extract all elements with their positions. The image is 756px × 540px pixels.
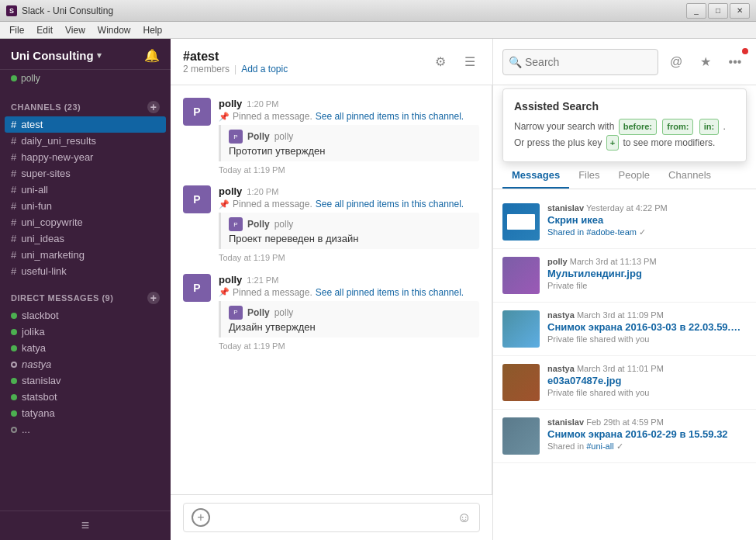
tab-messages[interactable]: Messages bbox=[502, 163, 569, 189]
dm-more[interactable]: ... bbox=[0, 421, 171, 438]
dm-jolika[interactable]: jolika bbox=[0, 324, 171, 340]
result-filename: Скрин икеа bbox=[547, 214, 747, 226]
hash-icon: # bbox=[11, 184, 16, 196]
dm-nastya[interactable]: nastya bbox=[0, 356, 171, 372]
sidebar-item-happy-new-year[interactable]: # happy-new-year bbox=[0, 149, 171, 165]
sidebar-item-useful-link[interactable]: # useful-link bbox=[0, 263, 171, 279]
quoted-avatar: P bbox=[229, 306, 243, 320]
settings-button[interactable]: ⚙ bbox=[430, 52, 450, 72]
assisted-search-desc: Narrow your search with before: from: in… bbox=[514, 119, 735, 151]
list-item[interactable]: nastya March 3rd at 11:09 PM Снимок экра… bbox=[493, 303, 756, 356]
list-item[interactable]: stanislav Feb 29th at 4:59 PM Снимок экр… bbox=[493, 410, 756, 463]
channel-header: #atest 2 members | Add a topic ⚙ ☰ bbox=[171, 39, 492, 85]
emoji-picker-button[interactable]: ☺ bbox=[457, 510, 471, 526]
result-shared: Shared in #adobe-team ✓ bbox=[547, 227, 747, 237]
dm-statsbot[interactable]: statsbot bbox=[0, 389, 171, 405]
result-shared: Private file bbox=[547, 281, 747, 290]
pin-icon: 📌 bbox=[219, 287, 230, 297]
message-body: polly 1:20 PM 📌 Pinned a message. See al… bbox=[219, 98, 479, 176]
dm-stanislav[interactable]: stanislav bbox=[0, 372, 171, 389]
minimize-button[interactable]: _ bbox=[686, 3, 706, 19]
message-input[interactable] bbox=[216, 512, 451, 524]
search-tabs: Messages Files People Channels bbox=[493, 163, 756, 189]
tab-people[interactable]: People bbox=[609, 163, 659, 189]
see-all-pinned-link[interactable]: See all pinned items in this channel. bbox=[316, 287, 464, 298]
quoted-message: P Polly polly Проект переведен в дизайн bbox=[219, 213, 479, 249]
add-dm-button[interactable]: + bbox=[147, 292, 160, 304]
quoted-avatar: P bbox=[229, 130, 243, 144]
message-input-box: + ☺ bbox=[183, 503, 480, 532]
sidebar-item-uni-fun[interactable]: # uni-fun bbox=[0, 198, 171, 214]
dm-katya[interactable]: katya bbox=[0, 340, 171, 356]
app-container: Uni Consulting ▾ 🔔 polly CHANNELS (23) +… bbox=[0, 39, 756, 540]
notifications-bell-icon[interactable]: 🔔 bbox=[144, 48, 160, 63]
result-shared: Shared in #uni-all ✓ bbox=[547, 441, 747, 452]
menu-view[interactable]: View bbox=[59, 23, 91, 37]
dm-section: DIRECT MESSAGES (9) + slackbot jolika ka… bbox=[0, 282, 171, 441]
see-all-pinned-link[interactable]: See all pinned items in this channel. bbox=[316, 111, 464, 122]
pin-icon: 📌 bbox=[219, 199, 230, 209]
search-input[interactable] bbox=[502, 49, 658, 75]
add-attachment-button[interactable]: + bbox=[192, 508, 210, 527]
result-filename: Мультилендинг.jpg bbox=[547, 268, 747, 279]
result-shared: Private file shared with you bbox=[547, 334, 747, 344]
maximize-button[interactable]: □ bbox=[708, 3, 728, 19]
menu-window[interactable]: Window bbox=[91, 23, 137, 37]
sidebar-item-atest[interactable]: # atest bbox=[5, 116, 166, 133]
add-topic-link[interactable]: Add a topic bbox=[241, 64, 288, 74]
sidebar-item-uni-copywrite[interactable]: # uni_copywrite bbox=[0, 214, 171, 230]
current-user-status: polly bbox=[0, 70, 171, 92]
see-all-pinned-link[interactable]: See all pinned items in this channel. bbox=[316, 199, 464, 209]
result-filename: Снимок экрана 2016-02-29 в 15.59.32 bbox=[547, 428, 747, 440]
table-row: P polly 1:21 PM 📌 Pinned a message. See … bbox=[171, 269, 492, 357]
dm-status-dot bbox=[11, 313, 17, 319]
hash-icon: # bbox=[11, 233, 16, 244]
sidebar-item-uni-all[interactable]: # uni-all bbox=[0, 182, 171, 198]
plus-key-tag: + bbox=[606, 135, 619, 151]
tab-files[interactable]: Files bbox=[569, 163, 609, 189]
workspace-dropdown-icon: ▾ bbox=[97, 50, 102, 61]
sidebar-item-super-sites[interactable]: # super-sites bbox=[0, 165, 171, 182]
dm-tatyana[interactable]: tatyana bbox=[0, 405, 171, 421]
list-item[interactable]: nastya March 3rd at 11:01 PM e03a07487e.… bbox=[493, 356, 756, 410]
dm-slackbot[interactable]: slackbot bbox=[0, 307, 171, 324]
hash-icon: # bbox=[11, 216, 16, 228]
list-item[interactable]: stanislav Yesterday at 4:22 PM Скрин ике… bbox=[493, 196, 756, 249]
dm-status-dot bbox=[11, 427, 17, 433]
titlebar-controls[interactable]: _ □ ✕ bbox=[686, 3, 750, 19]
workspace-name[interactable]: Uni Consulting ▾ bbox=[11, 49, 102, 62]
message-author: polly bbox=[219, 98, 242, 109]
at-button[interactable]: @ bbox=[665, 50, 688, 74]
search-input-wrapper: 🔍 bbox=[502, 49, 658, 75]
sidebar-item-daily-uni-results[interactable]: # daily_uni_results bbox=[0, 133, 171, 149]
team-button[interactable]: ☰ bbox=[460, 52, 480, 72]
menu-help[interactable]: Help bbox=[137, 23, 169, 37]
result-info: polly March 3rd at 11:13 PM Мультилендин… bbox=[547, 257, 747, 294]
message-body: polly 1:21 PM 📌 Pinned a message. See al… bbox=[219, 274, 479, 352]
menu-edit[interactable]: Edit bbox=[30, 23, 59, 37]
star-button[interactable]: ★ bbox=[694, 50, 717, 74]
pinned-notice: 📌 Pinned a message. See all pinned items… bbox=[219, 199, 479, 209]
tab-channels[interactable]: Channels bbox=[659, 163, 720, 189]
message-header: polly 1:20 PM bbox=[219, 98, 479, 109]
list-item[interactable]: polly March 3rd at 11:13 PM Мультилендин… bbox=[493, 249, 756, 303]
message-author: polly bbox=[219, 185, 242, 197]
channels-section: CHANNELS (23) + # atest # daily_uni_resu… bbox=[0, 92, 171, 282]
message-time: 1:21 PM bbox=[247, 275, 278, 285]
dm-status-dot bbox=[11, 345, 17, 351]
hash-icon: # bbox=[11, 119, 16, 130]
result-filename: e03a07487e.jpg bbox=[547, 375, 747, 386]
sidebar-item-uni-marketing[interactable]: # uni_marketing bbox=[0, 247, 171, 263]
sidebar-item-uni-ideas[interactable]: # uni_ideas bbox=[0, 230, 171, 247]
menu-file[interactable]: File bbox=[3, 23, 30, 37]
sidebar-menu-icon[interactable]: ≡ bbox=[81, 518, 90, 534]
quoted-message: P Polly polly Прототип утвержден bbox=[219, 125, 479, 161]
add-channel-button[interactable]: + bbox=[147, 101, 160, 113]
titlebar: S Slack - Uni Consulting _ □ ✕ bbox=[0, 0, 756, 22]
message-body: polly 1:20 PM 📌 Pinned a message. See al… bbox=[219, 185, 479, 264]
result-info: nastya March 3rd at 11:09 PM Снимок экра… bbox=[547, 310, 747, 348]
status-dot-online bbox=[11, 75, 17, 81]
main-content: #atest 2 members | Add a topic ⚙ ☰ P pol… bbox=[171, 39, 492, 540]
channel-actions: ⚙ ☰ bbox=[430, 52, 480, 72]
close-button[interactable]: ✕ bbox=[730, 3, 750, 19]
